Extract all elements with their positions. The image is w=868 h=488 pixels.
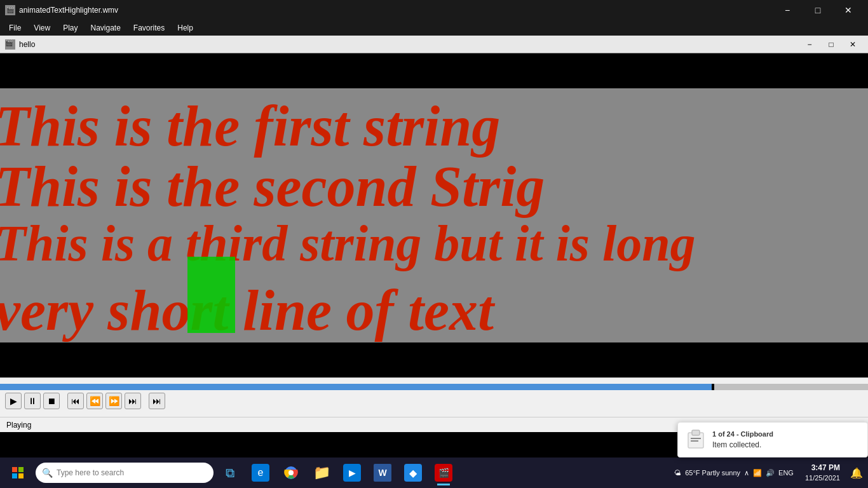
inner-window-title: hello bbox=[19, 40, 799, 49]
maximize-button[interactable]: □ bbox=[803, 0, 832, 20]
menu-file[interactable]: File bbox=[3, 20, 27, 36]
clock-date: 11/25/2021 bbox=[805, 473, 840, 483]
search-icon: 🔍 bbox=[42, 468, 53, 478]
network-icon: 📶 bbox=[753, 469, 762, 477]
language-text: ENG bbox=[778, 469, 794, 477]
inner-maximize-button[interactable]: □ bbox=[821, 37, 841, 51]
clipboard-notification: 1 of 24 - Clipboard Item collected. bbox=[677, 422, 868, 458]
inner-app-icon: 🎬 bbox=[5, 39, 15, 50]
start-button[interactable] bbox=[3, 458, 33, 488]
svg-rect-0 bbox=[12, 467, 17, 472]
progress-bar[interactable] bbox=[0, 384, 868, 390]
task-view-icon: ⧉ bbox=[226, 466, 234, 480]
volume-icon[interactable]: 🔊 bbox=[766, 469, 775, 477]
pause-button[interactable]: ⏸ bbox=[24, 393, 41, 409]
menu-bar: File View Play Navigate Favorites Help bbox=[0, 20, 868, 36]
menu-play[interactable]: Play bbox=[57, 20, 84, 36]
video-text-line-4: very short line of text bbox=[0, 279, 494, 342]
inner-window: 🎬 hello − □ ✕ This is the first string T… bbox=[0, 36, 868, 435]
task-view-button[interactable]: ⧉ bbox=[216, 459, 244, 487]
black-bar-bottom bbox=[0, 342, 868, 377]
word-button[interactable]: W bbox=[369, 459, 397, 487]
media-app-icon: 🎬 bbox=[435, 464, 452, 482]
groove-button[interactable]: ▶ bbox=[338, 459, 366, 487]
app8-button[interactable]: ◆ bbox=[399, 459, 427, 487]
svg-rect-8 bbox=[692, 430, 700, 435]
clipboard-text: 1 of 24 - Clipboard Item collected. bbox=[712, 429, 773, 451]
black-bar-top bbox=[0, 53, 868, 88]
menu-favorites[interactable]: Favorites bbox=[127, 20, 171, 36]
taskbar: 🔍 ⧉ e 📁 ▶ bbox=[0, 458, 868, 488]
close-button[interactable]: ✕ bbox=[834, 0, 863, 20]
taskbar-right: 🌤 65°F Partly sunny ∧ 📶 🔊 ENG 3:47 PM 11… bbox=[670, 463, 865, 483]
chrome-icon bbox=[282, 464, 300, 482]
rewind-button[interactable]: ⏮ bbox=[67, 393, 84, 409]
chrome-button[interactable] bbox=[277, 459, 305, 487]
video-text-line-2: This is the second Strig bbox=[0, 155, 545, 218]
menu-help[interactable]: Help bbox=[171, 20, 200, 36]
inner-close-button[interactable]: ✕ bbox=[843, 37, 863, 51]
green-highlight-box bbox=[187, 257, 235, 333]
edge-icon: e bbox=[252, 464, 269, 482]
forward2-button[interactable]: ⏭ bbox=[125, 393, 141, 409]
chevron-up-icon[interactable]: ∧ bbox=[744, 469, 749, 477]
inner-window-controls: − □ ✕ bbox=[799, 37, 863, 51]
minimize-button[interactable]: − bbox=[773, 0, 802, 20]
controls-area: ▶ ⏸ ⏹ ⏮ ⏪ ⏩ ⏭ ⏭ bbox=[0, 377, 868, 417]
svg-point-6 bbox=[288, 470, 294, 475]
forward-button[interactable]: ⏩ bbox=[105, 393, 122, 409]
inner-title-bar: 🎬 hello − □ ✕ bbox=[0, 36, 868, 53]
file-explorer-icon: 📁 bbox=[313, 464, 330, 482]
progress-marker bbox=[712, 384, 714, 390]
window-title: animatedTextHighlighter.wmv bbox=[19, 6, 773, 15]
svg-rect-3 bbox=[18, 473, 24, 478]
video-content: This is the first string This is the sec… bbox=[0, 88, 868, 342]
chapter-button[interactable]: ⏭ bbox=[149, 393, 165, 409]
app-icon: 🎬 bbox=[5, 5, 15, 15]
search-input[interactable] bbox=[57, 468, 207, 477]
windows-logo-icon bbox=[11, 466, 24, 479]
notification-area: 🌤 65°F Partly sunny ∧ 📶 🔊 ENG bbox=[670, 469, 797, 477]
clock[interactable]: 3:47 PM 11/25/2021 bbox=[800, 463, 845, 483]
inner-minimize-button[interactable]: − bbox=[799, 37, 820, 51]
svg-rect-2 bbox=[12, 473, 17, 478]
word-icon: W bbox=[374, 464, 391, 482]
status-text: Playing bbox=[6, 421, 31, 430]
window-controls: − □ ✕ bbox=[773, 0, 863, 20]
clipboard-title: 1 of 24 - Clipboard bbox=[712, 429, 773, 440]
notification-button[interactable]: 🔔 bbox=[848, 467, 865, 479]
menu-view[interactable]: View bbox=[27, 20, 57, 36]
svg-rect-1 bbox=[18, 467, 24, 472]
clock-time: 3:47 PM bbox=[805, 463, 840, 473]
menu-navigate[interactable]: Navigate bbox=[84, 20, 126, 36]
weather-icon: 🌤 bbox=[674, 469, 681, 477]
progress-fill bbox=[0, 384, 712, 390]
svg-rect-10 bbox=[691, 440, 698, 442]
groove-icon: ▶ bbox=[343, 464, 361, 482]
title-bar: 🎬 animatedTextHighlighter.wmv − □ ✕ bbox=[0, 0, 868, 20]
weather-text: 65°F Partly sunny bbox=[685, 469, 740, 477]
search-box[interactable]: 🔍 bbox=[36, 463, 214, 483]
media-app-button[interactable]: 🎬 bbox=[430, 459, 458, 487]
video-area: This is the first string This is the sec… bbox=[0, 53, 868, 377]
video-text-line-1: This is the first string bbox=[0, 95, 500, 158]
play-button[interactable]: ▶ bbox=[5, 393, 22, 409]
file-explorer-button[interactable]: 📁 bbox=[308, 459, 336, 487]
edge-button[interactable]: e bbox=[247, 459, 275, 487]
clipboard-icon bbox=[686, 429, 706, 449]
clipboard-message: Item collected. bbox=[712, 439, 773, 451]
app8-icon: ◆ bbox=[404, 464, 422, 482]
svg-rect-9 bbox=[691, 438, 701, 439]
video-text-line-3: This is a third string but it is long bbox=[0, 215, 696, 271]
rewind2-button[interactable]: ⏪ bbox=[86, 393, 103, 409]
stop-button[interactable]: ⏹ bbox=[43, 393, 60, 409]
controls-buttons: ▶ ⏸ ⏹ ⏮ ⏪ ⏩ ⏭ ⏭ bbox=[0, 390, 868, 412]
